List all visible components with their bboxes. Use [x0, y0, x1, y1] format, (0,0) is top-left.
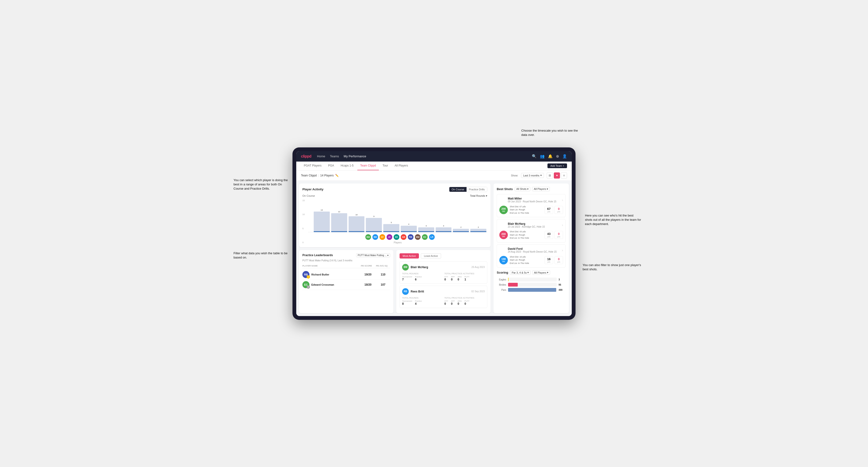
player-activity-panel: Player Activity On Course Practice Drill…	[299, 184, 491, 247]
team-name: Team Clippd	[301, 174, 317, 177]
player-name-2: Blair McHarg	[508, 222, 545, 225]
shot-badge-1: 200 SG	[499, 206, 508, 214]
tab-pgat-players[interactable]: PGAT Players	[301, 161, 324, 170]
on-course-section-label: On Course Total Rounds ▾	[302, 194, 487, 197]
activity-header-2: RB Rees Britt 02 Sep 2023	[402, 288, 485, 295]
avatar-rbutler[interactable]: RB	[408, 234, 413, 240]
shot-metrics-3: 16 yds 0 yds	[545, 256, 563, 264]
team-separator: |	[318, 174, 319, 177]
avatar-bbritt[interactable]: BB	[372, 234, 378, 240]
all-players-dropdown[interactable]: All Players ▾	[532, 187, 550, 191]
sub-nav-right: Add Team +	[548, 163, 567, 168]
bar-gbillingham: 4	[401, 223, 417, 232]
annotation-best-shots: Here you can see who's hit the best shot…	[585, 214, 642, 226]
scoring-players-dropdown[interactable]: All Players ▾	[532, 270, 550, 275]
avatar-dford[interactable]: DF	[379, 234, 385, 240]
people-icon[interactable]: 👥	[540, 154, 545, 158]
player-info-text-3: David Ford 24 Aug 2023 · Royal North Dev…	[508, 247, 557, 253]
player-detail-3: 24 Aug 2023 · Royal North Devon GC, Hole…	[508, 250, 557, 253]
tab-team-clippd[interactable]: Team Clippd	[357, 161, 379, 170]
act-avatar-2[interactable]: RB	[402, 288, 409, 295]
avatar-lrobertson[interactable]: LR	[429, 234, 435, 240]
player-name-3: David Ford	[508, 247, 557, 250]
all-shots-dropdown[interactable]: All Shots ▾	[515, 187, 530, 191]
pl-dropdown[interactable]: PUTT Must Make Putting ... ▾	[356, 253, 390, 257]
pars-label: Pars	[497, 289, 506, 291]
practice-leaderboards-panel: Practice Leaderboards PUTT Must Make Put…	[299, 250, 394, 313]
best-shots-header: Best Shots All Shots ▾ All Players ▾	[497, 187, 566, 191]
chevron-right-icon-3[interactable]: ›	[562, 248, 563, 252]
annotation-timescale: Choose the timescale you wish to see the…	[521, 129, 578, 137]
metric-dist-1: 67 yds	[545, 206, 553, 214]
total-rounds-dropdown[interactable]: Total Rounds ▾	[470, 194, 487, 197]
scoring-section: Scoring Par 3, 4 & 5s ▾ All Players ▾	[497, 270, 566, 292]
shot-card-matt-miller: MM Matt Miller 09 Jun 2023 · Royal North…	[497, 194, 566, 217]
pl-name-1: Richard Butler	[311, 273, 329, 276]
act-avatar-1[interactable]: BM	[402, 264, 409, 271]
avatar-ecrossman[interactable]: EC	[422, 234, 428, 240]
chevron-right-icon-1[interactable]: ›	[562, 198, 563, 202]
chart-container: 15 10 5 0 13	[302, 199, 487, 244]
metric-dist-2: 43 yds	[545, 231, 553, 239]
avatar-blair-mcharg[interactable]: BM	[499, 222, 506, 228]
scoring-row-eagles: Eagles 3	[497, 278, 566, 281]
pl-avg-2: 107	[376, 283, 390, 286]
bell-icon[interactable]: 🔔	[548, 154, 553, 158]
bar-ecrossman: 2	[453, 226, 469, 232]
search-icon[interactable]: 🔍	[532, 154, 536, 158]
edit-icon[interactable]: ✏️	[335, 174, 339, 177]
tab-pga[interactable]: PGA	[325, 161, 337, 170]
avatar-eebert[interactable]: EE	[394, 234, 399, 240]
shot-data-3: 198 SG Shot Dist: 16 yds Start Lie: Roug…	[499, 255, 563, 265]
avatar-jcoles[interactable]: JC	[386, 234, 392, 240]
act-date-2: 02 Sep 2023	[471, 290, 485, 293]
avatar-mmiller[interactable]: MM	[415, 234, 421, 240]
tab-tour[interactable]: Tour	[380, 161, 391, 170]
shot-card-blair-mcharg: BM Blair McHarg 23 Jul 2023 · Ashridge G…	[497, 219, 566, 243]
act-date-1: 26 Aug 2023	[471, 266, 485, 269]
chart-bars-area: 13 12 10	[308, 199, 487, 232]
add-circle-icon[interactable]: ⊕	[556, 154, 559, 158]
view-icons: ⊞ ♥ ≡	[547, 173, 567, 179]
on-course-toggle[interactable]: On Course	[450, 187, 467, 192]
nav-home[interactable]: Home	[317, 154, 325, 158]
avatar-gbillingham[interactable]: GB	[401, 234, 406, 240]
chevron-right-icon-2[interactable]: ›	[562, 223, 563, 227]
chart-y-axis: 15 10 5 0	[302, 199, 306, 244]
period-dropdown[interactable]: Last 3 months ▾	[521, 173, 544, 178]
least-active-btn[interactable]: Least Active	[421, 253, 441, 258]
pl-avatar-2[interactable]: EC 2	[302, 281, 309, 288]
most-active-btn[interactable]: Most Active	[400, 253, 419, 258]
account-icon[interactable]: 👤	[562, 154, 567, 158]
main-content: Player Activity On Course Practice Drill…	[296, 181, 572, 316]
show-label: Show:	[511, 174, 518, 177]
annotation-filter-player: You can also filter to show just one pla…	[583, 263, 642, 272]
avatar-bmcharg[interactable]: BM	[365, 234, 371, 240]
shot-data-2: 200 SG Shot Dist: 43 yds Start Lie: Roug…	[499, 230, 563, 240]
scoring-bars: Eagles 3 Birdies	[497, 278, 566, 292]
scoring-header: Scoring Par 3, 4 & 5s ▾ All Players ▾	[497, 270, 566, 275]
scoring-par-dropdown[interactable]: Par 3, 4 & 5s ▾	[510, 270, 530, 275]
settings-view-button[interactable]: ≡	[561, 173, 567, 179]
activity-header-1: BM Blair McHarg 26 Aug 2023	[402, 264, 485, 271]
avatar-matt-miller[interactable]: MM	[499, 197, 506, 203]
avatar-david-ford[interactable]: DF	[499, 247, 506, 253]
tab-all-players[interactable]: All Players	[392, 161, 411, 170]
nav-my-performance[interactable]: My Performance	[344, 154, 366, 158]
pl-table-header: PLAYER NAME PB SCORE PB AVG SQ	[302, 264, 390, 268]
heart-view-button[interactable]: ♥	[554, 173, 560, 179]
best-shots-panel: Best Shots All Shots ▾ All Players ▾	[493, 184, 569, 313]
grid-view-button[interactable]: ⊞	[547, 173, 553, 179]
nav-teams[interactable]: Teams	[330, 154, 339, 158]
add-team-button[interactable]: Add Team +	[548, 163, 567, 168]
rank-badge-1: 1	[307, 275, 310, 279]
shot-metrics-2: 43 yds 0 yds	[545, 231, 563, 239]
player-activity-title: Player Activity	[302, 187, 323, 191]
practice-drills-toggle[interactable]: Practice Drills	[467, 187, 487, 192]
pl-avatar-1[interactable]: RB 1	[302, 271, 309, 278]
best-shots-title: Best Shots	[497, 187, 513, 191]
tab-hcaps[interactable]: Hcaps 1-5	[338, 161, 356, 170]
metric-zero-2: 0 yds	[555, 231, 563, 239]
pl-header: Practice Leaderboards PUTT Must Make Put…	[302, 253, 390, 257]
pl-col-player: PLAYER NAME	[302, 264, 360, 267]
